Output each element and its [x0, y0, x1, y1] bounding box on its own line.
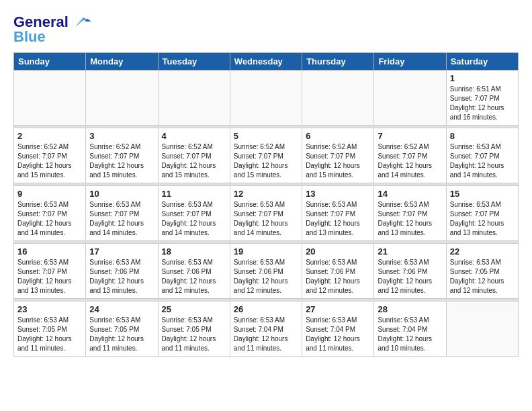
logo-blue: Blue — [13, 28, 46, 46]
day-number: 18 — [162, 246, 226, 257]
day-number: 17 — [89, 246, 154, 257]
calendar-cell — [86, 71, 158, 126]
day-number: 21 — [378, 246, 442, 257]
day-info: Sunrise: 6:53 AM Sunset: 7:07 PM Dayligh… — [450, 200, 515, 238]
calendar-cell: 11Sunrise: 6:53 AM Sunset: 7:07 PM Dayli… — [158, 186, 230, 241]
calendar-cell — [302, 71, 374, 126]
day-info: Sunrise: 6:53 AM Sunset: 7:06 PM Dayligh… — [162, 258, 226, 295]
weekday-header-thursday: Thursday — [302, 53, 374, 71]
calendar-cell: 26Sunrise: 6:53 AM Sunset: 7:04 PM Dayli… — [230, 302, 302, 357]
day-info: Sunrise: 6:53 AM Sunset: 7:07 PM Dayligh… — [306, 200, 370, 238]
day-info: Sunrise: 6:53 AM Sunset: 7:07 PM Dayligh… — [378, 200, 442, 238]
svg-marker-0 — [75, 17, 91, 27]
calendar-cell — [158, 71, 230, 126]
day-info: Sunrise: 6:52 AM Sunset: 7:07 PM Dayligh… — [162, 142, 226, 180]
day-info: Sunrise: 6:51 AM Sunset: 7:07 PM Dayligh… — [450, 85, 515, 122]
calendar-week-1: 1Sunrise: 6:51 AM Sunset: 7:07 PM Daylig… — [14, 71, 519, 126]
day-number: 16 — [17, 246, 82, 257]
day-number: 15 — [450, 189, 515, 199]
day-number: 28 — [378, 304, 442, 314]
day-number: 27 — [306, 304, 370, 314]
day-info: Sunrise: 6:53 AM Sunset: 7:04 PM Dayligh… — [378, 316, 442, 353]
calendar-week-3: 9Sunrise: 6:53 AM Sunset: 7:07 PM Daylig… — [14, 186, 519, 241]
day-number: 9 — [17, 189, 82, 199]
day-number: 14 — [378, 189, 442, 199]
calendar-cell: 2Sunrise: 6:52 AM Sunset: 7:07 PM Daylig… — [14, 128, 86, 183]
day-info: Sunrise: 6:53 AM Sunset: 7:06 PM Dayligh… — [234, 258, 298, 295]
calendar-cell — [230, 71, 302, 126]
calendar-cell: 22Sunrise: 6:53 AM Sunset: 7:05 PM Dayli… — [446, 244, 518, 299]
day-number: 25 — [162, 304, 226, 314]
calendar-cell: 24Sunrise: 6:53 AM Sunset: 7:05 PM Dayli… — [86, 302, 158, 357]
calendar-week-4: 16Sunrise: 6:53 AM Sunset: 7:07 PM Dayli… — [14, 244, 519, 299]
logo: General Blue — [13, 13, 91, 46]
day-info: Sunrise: 6:52 AM Sunset: 7:07 PM Dayligh… — [17, 142, 82, 180]
day-number: 10 — [89, 189, 154, 199]
day-info: Sunrise: 6:53 AM Sunset: 7:05 PM Dayligh… — [162, 316, 226, 353]
calendar-cell: 27Sunrise: 6:53 AM Sunset: 7:04 PM Dayli… — [302, 302, 374, 357]
calendar-cell: 9Sunrise: 6:53 AM Sunset: 7:07 PM Daylig… — [14, 186, 86, 241]
day-number: 13 — [306, 189, 370, 199]
day-number: 26 — [234, 304, 298, 314]
day-number: 23 — [17, 304, 82, 314]
calendar-cell: 5Sunrise: 6:52 AM Sunset: 7:07 PM Daylig… — [230, 128, 302, 183]
day-number: 20 — [306, 246, 370, 257]
calendar-cell — [14, 71, 86, 126]
day-number: 5 — [234, 131, 298, 141]
day-info: Sunrise: 6:53 AM Sunset: 7:04 PM Dayligh… — [306, 316, 370, 353]
calendar-cell: 18Sunrise: 6:53 AM Sunset: 7:06 PM Dayli… — [158, 244, 230, 299]
day-info: Sunrise: 6:53 AM Sunset: 7:06 PM Dayligh… — [89, 258, 154, 295]
calendar-cell: 25Sunrise: 6:53 AM Sunset: 7:05 PM Dayli… — [158, 302, 230, 357]
calendar-cell: 8Sunrise: 6:53 AM Sunset: 7:07 PM Daylig… — [446, 128, 518, 183]
weekday-header-tuesday: Tuesday — [158, 53, 230, 71]
day-info: Sunrise: 6:53 AM Sunset: 7:07 PM Dayligh… — [89, 200, 154, 238]
day-number: 2 — [17, 131, 82, 141]
calendar-cell: 1Sunrise: 6:51 AM Sunset: 7:07 PM Daylig… — [446, 71, 518, 126]
day-info: Sunrise: 6:53 AM Sunset: 7:07 PM Dayligh… — [234, 200, 298, 238]
calendar-cell: 20Sunrise: 6:53 AM Sunset: 7:06 PM Dayli… — [302, 244, 374, 299]
day-info: Sunrise: 6:53 AM Sunset: 7:05 PM Dayligh… — [89, 316, 154, 353]
calendar-week-2: 2Sunrise: 6:52 AM Sunset: 7:07 PM Daylig… — [14, 128, 519, 183]
day-number: 1 — [450, 73, 515, 83]
calendar-cell — [374, 71, 446, 126]
day-info: Sunrise: 6:53 AM Sunset: 7:05 PM Dayligh… — [17, 316, 82, 353]
day-info: Sunrise: 6:53 AM Sunset: 7:07 PM Dayligh… — [17, 200, 82, 238]
calendar-week-5: 23Sunrise: 6:53 AM Sunset: 7:05 PM Dayli… — [14, 302, 519, 357]
calendar-cell: 10Sunrise: 6:53 AM Sunset: 7:07 PM Dayli… — [86, 186, 158, 241]
day-info: Sunrise: 6:53 AM Sunset: 7:04 PM Dayligh… — [234, 316, 298, 353]
weekday-header-monday: Monday — [86, 53, 158, 71]
calendar-cell: 15Sunrise: 6:53 AM Sunset: 7:07 PM Dayli… — [446, 186, 518, 241]
calendar-cell: 14Sunrise: 6:53 AM Sunset: 7:07 PM Dayli… — [374, 186, 446, 241]
day-number: 8 — [450, 131, 515, 141]
day-number: 22 — [450, 246, 515, 257]
day-info: Sunrise: 6:52 AM Sunset: 7:07 PM Dayligh… — [306, 142, 370, 180]
calendar-table: SundayMondayTuesdayWednesdayThursdayFrid… — [13, 52, 519, 357]
weekday-header-sunday: Sunday — [14, 53, 86, 71]
calendar-cell: 4Sunrise: 6:52 AM Sunset: 7:07 PM Daylig… — [158, 128, 230, 183]
weekday-header-friday: Friday — [374, 53, 446, 71]
calendar-cell: 19Sunrise: 6:53 AM Sunset: 7:06 PM Dayli… — [230, 244, 302, 299]
day-number: 11 — [162, 189, 226, 199]
page-header: General Blue — [13, 13, 519, 46]
day-number: 12 — [234, 189, 298, 199]
calendar-cell: 21Sunrise: 6:53 AM Sunset: 7:06 PM Dayli… — [374, 244, 446, 299]
calendar-cell: 3Sunrise: 6:52 AM Sunset: 7:07 PM Daylig… — [86, 128, 158, 183]
day-info: Sunrise: 6:53 AM Sunset: 7:06 PM Dayligh… — [378, 258, 442, 295]
calendar-cell: 7Sunrise: 6:52 AM Sunset: 7:07 PM Daylig… — [374, 128, 446, 183]
day-info: Sunrise: 6:53 AM Sunset: 7:07 PM Dayligh… — [450, 142, 515, 180]
day-info: Sunrise: 6:53 AM Sunset: 7:06 PM Dayligh… — [306, 258, 370, 295]
logo-bird-icon — [70, 15, 91, 30]
calendar-cell: 17Sunrise: 6:53 AM Sunset: 7:06 PM Dayli… — [86, 244, 158, 299]
calendar-cell: 6Sunrise: 6:52 AM Sunset: 7:07 PM Daylig… — [302, 128, 374, 183]
day-number: 7 — [378, 131, 442, 141]
calendar-cell: 28Sunrise: 6:53 AM Sunset: 7:04 PM Dayli… — [374, 302, 446, 357]
day-number: 24 — [89, 304, 154, 314]
weekday-header-saturday: Saturday — [446, 53, 518, 71]
day-info: Sunrise: 6:52 AM Sunset: 7:07 PM Dayligh… — [378, 142, 442, 180]
day-number: 4 — [162, 131, 226, 141]
day-info: Sunrise: 6:52 AM Sunset: 7:07 PM Dayligh… — [89, 142, 154, 180]
calendar-cell: 12Sunrise: 6:53 AM Sunset: 7:07 PM Dayli… — [230, 186, 302, 241]
calendar-cell: 13Sunrise: 6:53 AM Sunset: 7:07 PM Dayli… — [302, 186, 374, 241]
calendar-cell: 23Sunrise: 6:53 AM Sunset: 7:05 PM Dayli… — [14, 302, 86, 357]
day-info: Sunrise: 6:53 AM Sunset: 7:07 PM Dayligh… — [162, 200, 226, 238]
